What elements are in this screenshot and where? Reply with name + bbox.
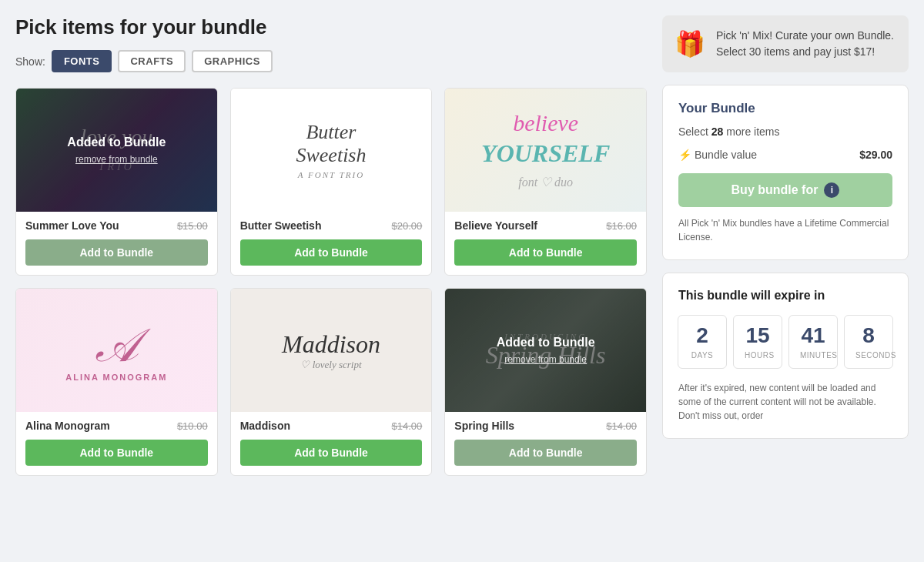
- bundle-value-amount: $29.00: [859, 149, 892, 161]
- items-grid: love youTRIO Added to Bundle remove from…: [15, 88, 647, 476]
- filter-show-label: Show:: [15, 55, 45, 68]
- gift-icon: 🎁: [675, 29, 705, 59]
- item-info-maddison: Maddison $14.00 Add to Bundle: [231, 412, 432, 475]
- bundle-select-info: Select 28 more items: [678, 125, 892, 138]
- bundle-heading: Your Bundle: [678, 101, 892, 116]
- add-btn-maddison[interactable]: Add to Bundle: [240, 440, 423, 466]
- bundle-panel: Your Bundle Select 28 more items ⚡Bundle…: [662, 85, 909, 260]
- item-thumbnail-spring: INTRODUCING Spring Hills Added to Bundle…: [445, 289, 646, 412]
- item-name-row-alina: Alina Monogram $10.00: [25, 420, 208, 432]
- item-price-believe: $16.00: [606, 220, 637, 232]
- item-info-alina: Alina Monogram $10.00 Add to Bundle: [16, 412, 217, 475]
- item-price-spring: $14.00: [606, 420, 637, 432]
- countdown-days-num: 2: [689, 323, 715, 348]
- item-name-summer: Summer Love You: [25, 219, 119, 232]
- countdown-days-label: DAYS: [691, 351, 714, 360]
- item-info-butter: Butter Sweetish $20.00 Add to Bundle: [231, 212, 432, 275]
- item-price-summer: $15.00: [177, 220, 208, 232]
- countdown-seconds-num: 8: [855, 323, 882, 348]
- item-card-believe-yourself: believe YOURSELF font ♡ duo Believe Your…: [444, 88, 647, 276]
- filter-row: Show: FONTS CRAFTS GRAPHICS: [15, 50, 647, 72]
- item-thumbnail-maddison: Maddison ♡ lovely script: [231, 289, 432, 412]
- item-name-row-believe: Believe Yourself $16.00: [454, 219, 637, 232]
- page-title: Pick items for your bundle: [15, 15, 647, 39]
- main-content: Pick items for your bundle Show: FONTS C…: [15, 15, 647, 476]
- add-btn-believe[interactable]: Add to Bundle: [454, 239, 637, 266]
- item-name-row-butter: Butter Sweetish $20.00: [240, 219, 423, 232]
- countdown-boxes: 2 DAYS 15 HOURS 41 MINUTES 8 SECONDS: [678, 315, 892, 369]
- select-prefix: Select: [678, 125, 711, 138]
- item-name-spring: Spring Hills: [454, 420, 514, 432]
- select-count: 28: [711, 125, 724, 138]
- item-name-row-maddison: Maddison $14.00: [240, 420, 423, 432]
- item-price-alina: $10.00: [177, 420, 208, 432]
- item-price-butter: $20.00: [392, 220, 423, 232]
- countdown-minutes: 41 MINUTES: [788, 315, 838, 369]
- filter-btn-crafts[interactable]: CRAFTS: [118, 50, 186, 72]
- item-card-summer-love-you: love youTRIO Added to Bundle remove from…: [15, 88, 218, 276]
- add-btn-butter[interactable]: Add to Bundle: [240, 239, 423, 266]
- countdown-hours-label: HOURS: [745, 351, 775, 360]
- bundle-value-label: ⚡Bundle value: [678, 149, 757, 161]
- lightning-icon: ⚡: [678, 149, 691, 161]
- remove-link-spring[interactable]: remove from bundle: [504, 354, 587, 365]
- countdown-hours: 15 HOURS: [733, 315, 782, 369]
- info-icon: i: [824, 182, 839, 198]
- item-info-summer: Summer Love You $15.00 Add to Bundle: [16, 212, 217, 275]
- countdown-hours-num: 15: [745, 323, 771, 348]
- item-price-maddison: $14.00: [392, 420, 423, 432]
- countdown-seconds: 8 SECONDS: [844, 315, 893, 369]
- countdown-seconds-label: SECONDS: [855, 351, 896, 360]
- countdown-panel: This bundle will expire in 2 DAYS 15 HOU…: [662, 273, 909, 439]
- add-btn-summer[interactable]: Add to Bundle: [25, 239, 208, 266]
- item-card-butter-sweetish: ButterSweetish A FONT TRIO Butter Sweeti…: [230, 88, 433, 276]
- thumb-text-alina: 𝒜: [65, 319, 167, 373]
- item-info-believe: Believe Yourself $16.00 Add to Bundle: [445, 212, 646, 275]
- item-name-believe: Believe Yourself: [454, 219, 537, 232]
- select-suffix: more items: [723, 125, 779, 138]
- filter-btn-fonts[interactable]: FONTS: [52, 50, 112, 72]
- item-thumbnail-butter: ButterSweetish A FONT TRIO: [231, 89, 432, 212]
- item-name-alina: Alina Monogram: [25, 420, 110, 432]
- item-card-maddison: Maddison ♡ lovely script Maddison $14.00…: [230, 288, 433, 476]
- countdown-days: 2 DAYS: [678, 315, 727, 369]
- item-thumbnail-summer: love youTRIO Added to Bundle remove from…: [16, 89, 217, 212]
- thumb-text-butter: ButterSweetish A FONT TRIO: [296, 121, 366, 179]
- added-text-spring: Added to Bundle: [497, 336, 595, 350]
- countdown-heading: This bundle will expire in: [678, 289, 892, 303]
- add-btn-spring[interactable]: Add to Bundle: [454, 440, 637, 466]
- item-card-spring-hills: INTRODUCING Spring Hills Added to Bundle…: [444, 288, 647, 476]
- item-card-alina-monogram: 𝒜 ALINA MONOGRAM Alina Monogram $10.00 A…: [15, 288, 218, 476]
- added-text-summer: Added to Bundle: [67, 135, 166, 149]
- thumb-text-believe: believe YOURSELF font ♡ duo: [481, 108, 610, 192]
- promo-banner: 🎁 Pick 'n' Mix! Curate your own Bundle. …: [662, 15, 909, 72]
- remove-link-summer[interactable]: remove from bundle: [75, 154, 158, 165]
- sidebar: 🎁 Pick 'n' Mix! Curate your own Bundle. …: [662, 15, 909, 476]
- license-note: All Pick 'n' Mix bundles have a Lifetime…: [678, 216, 892, 244]
- add-btn-alina[interactable]: Add to Bundle: [25, 440, 208, 466]
- item-thumbnail-alina: 𝒜 ALINA MONOGRAM: [16, 289, 217, 412]
- thumb-text-maddison: Maddison ♡ lovely script: [282, 330, 380, 371]
- buy-btn-label: Buy bundle for: [732, 183, 819, 197]
- item-name-butter: Butter Sweetish: [240, 219, 322, 232]
- item-info-spring: Spring Hills $14.00 Add to Bundle: [445, 412, 646, 475]
- bundle-value-row: ⚡Bundle value $29.00: [678, 149, 892, 161]
- buy-bundle-button[interactable]: Buy bundle for i: [678, 173, 892, 207]
- promo-text: Pick 'n' Mix! Curate your own Bundle. Se…: [716, 28, 896, 60]
- countdown-description: After it's expired, new content will be …: [678, 381, 892, 423]
- countdown-minutes-num: 41: [800, 323, 826, 348]
- countdown-minutes-label: MINUTES: [800, 351, 838, 360]
- added-overlay-summer: Added to Bundle remove from bundle: [16, 89, 217, 212]
- added-overlay-spring: Added to Bundle remove from bundle: [445, 289, 646, 412]
- item-name-row-spring: Spring Hills $14.00: [454, 420, 637, 432]
- item-name-row-summer: Summer Love You $15.00: [25, 219, 208, 232]
- filter-btn-graphics[interactable]: GRAPHICS: [192, 50, 273, 72]
- item-name-maddison: Maddison: [240, 420, 290, 432]
- item-thumbnail-believe: believe YOURSELF font ♡ duo: [445, 89, 646, 212]
